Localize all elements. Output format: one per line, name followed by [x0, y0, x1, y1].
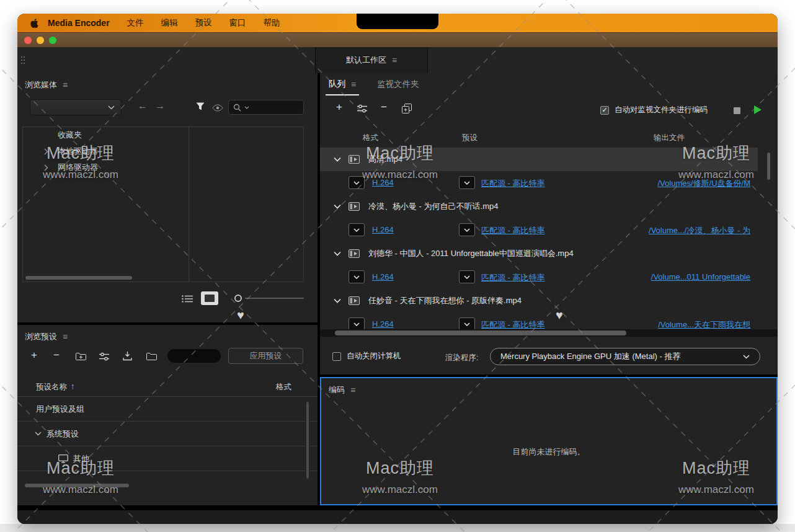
preset-row-system[interactable]: 系统预设 [17, 422, 318, 446]
chevron-right-icon [44, 148, 53, 155]
queue-source-row[interactable]: 任妙音 - 天在下雨我在想你 - 原版伴奏.mp4 [320, 289, 778, 313]
auto-encode-checkbox[interactable]: ✓ [600, 106, 609, 115]
new-preset-button[interactable]: + [31, 350, 37, 360]
auto-shutdown-checkbox[interactable] [332, 352, 341, 361]
queue-output-row[interactable]: H.264 匹配源 - 高比特率 /Volumes/修斯/U盘备份/M [320, 171, 778, 195]
tree-item-local-drives[interactable]: 本地驱动器 [23, 143, 303, 159]
format-link[interactable]: H.264 [372, 272, 394, 282]
output-link[interactable]: /Volumes/修斯/U盘备份/M [657, 178, 750, 189]
media-browser-menu-icon[interactable]: ≡ [63, 81, 68, 89]
close-button[interactable] [24, 37, 32, 44]
queue-source-row[interactable]: 高清.mp4 [320, 148, 758, 171]
preset-link[interactable]: 匹配源 - 高比特率 [481, 225, 545, 236]
queue-output-row[interactable]: H.264 匹配源 - 高比特率 /Volume...011 Unforgett… [320, 265, 778, 289]
queue-horizontal-scrollbar[interactable] [320, 329, 778, 337]
zoom-button[interactable] [49, 37, 56, 44]
thumbnail-view-button[interactable] [201, 291, 218, 305]
format-dropdown[interactable] [349, 176, 365, 189]
menu-item-window[interactable]: 窗口 [229, 17, 246, 29]
queue-settings-icon[interactable] [357, 104, 367, 113]
preset-browser-menu-icon[interactable]: ≡ [63, 332, 68, 341]
format-dropdown[interactable] [349, 223, 365, 236]
scrollbar-thumb[interactable] [335, 330, 626, 335]
import-preset-icon[interactable] [123, 352, 132, 361]
sort-ascending-icon[interactable]: ↑ [71, 382, 74, 392]
list-view-icon[interactable] [182, 295, 193, 303]
tree-horizontal-scrollbar[interactable] [25, 276, 132, 280]
new-preset-group-icon[interactable] [76, 352, 86, 361]
zoom-slider-track[interactable] [245, 298, 304, 299]
apply-preset-button[interactable]: 应用预设 [228, 348, 303, 364]
preset-dropdown[interactable] [459, 223, 475, 236]
source-name: 刘德华 - 中国人 - 2011 Unforgettable中国巡迴演唱会.mp… [368, 248, 574, 259]
collapse-chevron-icon[interactable] [334, 204, 341, 209]
duplicate-icon[interactable] [402, 104, 412, 113]
format-link[interactable]: H.264 [372, 319, 394, 329]
menu-app-name[interactable]: Media Encoder [48, 18, 110, 28]
format-dropdown[interactable] [349, 317, 365, 329]
preset-dropdown[interactable] [459, 270, 475, 283]
preset-settings-icon[interactable] [99, 352, 109, 361]
menu-item-help[interactable]: 帮助 [264, 17, 280, 29]
format-dropdown[interactable] [349, 270, 365, 283]
format-link[interactable]: H.264 [372, 225, 394, 234]
panel-grip-icon[interactable] [21, 56, 22, 58]
queue-menu-icon[interactable]: ≡ [351, 80, 356, 89]
workspace-menu-icon[interactable]: ≡ [392, 56, 397, 64]
add-source-button[interactable]: + [336, 102, 342, 112]
tab-watch-folders[interactable]: 监视文件夹 [377, 73, 419, 95]
renderer-dropdown[interactable]: Mercury Playback Engine GPU 加速 (Metal) -… [490, 348, 760, 365]
preset-row-user[interactable]: 用户预设及组 [17, 397, 318, 422]
encoding-menu-icon[interactable]: ≡ [350, 386, 355, 394]
queue-output-row[interactable]: H.264 匹配源 - 高比特率 /Volume...天在下雨我在想 [320, 313, 778, 329]
tree-item-favorites[interactable]: 收藏夹 [23, 127, 303, 143]
window-title-bar[interactable] [17, 32, 778, 47]
filter-icon[interactable] [196, 102, 205, 110]
workspace-tab[interactable]: 默认工作区 ≡ [315, 47, 428, 73]
preset-dropdown[interactable] [459, 176, 475, 189]
output-link[interactable]: /Volume...天在下雨我在想 [658, 319, 750, 329]
preset-search-input[interactable] [167, 349, 221, 363]
collapse-chevron-icon[interactable] [334, 251, 341, 256]
clip-icon [349, 202, 360, 211]
remove-source-button[interactable]: − [381, 102, 387, 112]
queue-vertical-scrollbar[interactable] [767, 153, 770, 180]
preset-dropdown[interactable] [459, 317, 475, 329]
minimize-button[interactable] [37, 37, 44, 44]
zoom-slider-knob[interactable] [234, 295, 242, 302]
preset-row-other[interactable]: 其他 [17, 446, 318, 471]
media-search-input[interactable] [252, 103, 299, 112]
preset-vertical-scrollbar[interactable] [306, 402, 309, 479]
apple-menu-icon[interactable] [30, 18, 39, 29]
back-arrow-icon[interactable]: ← [138, 100, 148, 112]
queue-output-row[interactable]: H.264 匹配源 - 高比特率 /Volume.../冷漠、杨小曼 - 为 [320, 218, 778, 242]
output-link[interactable]: /Volume...011 Unforgettable [651, 272, 750, 282]
auto-encode-toggle[interactable]: ✓ 自动对监视文件夹进行编码 [600, 105, 708, 115]
preset-name-column[interactable]: 预设名称 [36, 382, 67, 392]
menu-item-edit[interactable]: 编辑 [161, 17, 178, 29]
menu-item-file[interactable]: 文件 [127, 17, 144, 29]
format-link[interactable]: H.264 [372, 178, 394, 187]
auto-shutdown-toggle[interactable]: 自动关闭计算机 [332, 351, 401, 361]
menu-item-preset[interactable]: 预设 [195, 17, 212, 29]
preset-link[interactable]: 匹配源 - 高比特率 [481, 178, 545, 189]
preset-folder-icon[interactable] [146, 352, 157, 361]
queue-source-row[interactable]: 冷漠、杨小曼 - 为何自己不听话.mp4 [320, 195, 778, 218]
stop-queue-button[interactable] [734, 107, 740, 114]
preset-horizontal-scrollbar[interactable] [25, 484, 129, 487]
forward-arrow-icon[interactable]: → [155, 100, 165, 112]
delete-preset-button[interactable]: − [53, 350, 60, 360]
media-source-dropdown[interactable] [30, 99, 122, 115]
media-search-box[interactable] [228, 100, 304, 115]
collapse-chevron-icon[interactable] [334, 157, 341, 162]
preset-link[interactable]: 匹配源 - 高比特率 [481, 272, 545, 283]
collapse-chevron-icon[interactable] [334, 298, 341, 303]
preset-link[interactable]: 匹配源 - 高比特率 [481, 319, 545, 329]
tree-item-network-drives[interactable]: 网络驱动器 [23, 159, 303, 175]
eye-icon[interactable] [212, 104, 223, 112]
tab-queue[interactable]: 队列 ≡ [329, 73, 356, 95]
output-link[interactable]: /Volume.../冷漠、杨小曼 - 为 [649, 225, 750, 236]
preset-format-column[interactable]: 格式 [276, 382, 291, 392]
queue-source-row[interactable]: 刘德华 - 中国人 - 2011 Unforgettable中国巡迴演唱会.mp… [320, 242, 778, 265]
start-queue-button[interactable] [754, 105, 762, 114]
